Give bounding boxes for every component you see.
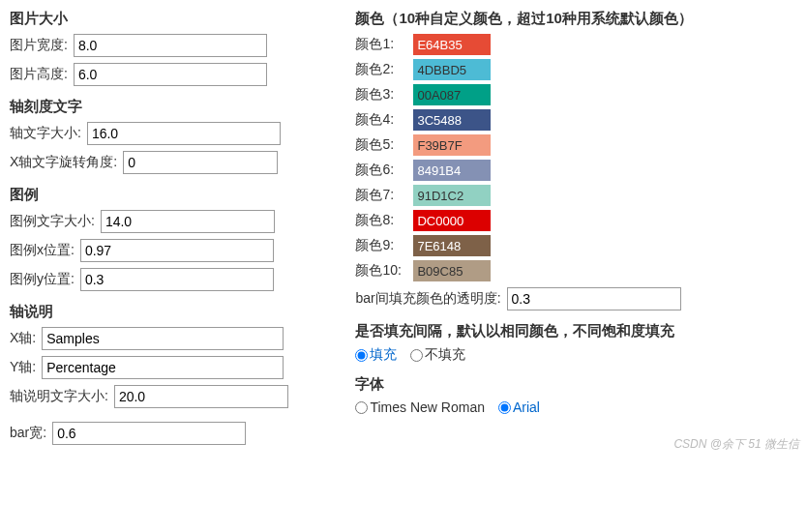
nofill-option-item[interactable]: 不填充 xyxy=(410,346,465,364)
tnr-option-item[interactable]: Times New Roman xyxy=(355,399,485,415)
legend-x-pos-input[interactable] xyxy=(80,239,274,262)
legend-y-pos-label: 图例y位置: xyxy=(10,271,75,288)
color-label: 颜色9: xyxy=(355,237,407,254)
x-axis-input[interactable] xyxy=(42,327,284,350)
color-swatch[interactable]: F39B7F xyxy=(413,134,491,156)
bar-width-input[interactable] xyxy=(52,422,246,445)
color-label: 颜色10: xyxy=(355,262,407,280)
image-width-input[interactable] xyxy=(74,34,267,57)
colors-title: 颜色（10种自定义颜色，超过10种用系统默认颜色） xyxy=(355,10,797,28)
color-swatch[interactable]: 7E6148 xyxy=(413,235,491,256)
alpha-label: bar间填充颜色的透明度: xyxy=(355,290,500,308)
color-row: 颜色8:DC0000 xyxy=(355,210,797,231)
legend-title: 图例 xyxy=(10,186,336,204)
color-label: 颜色1: xyxy=(355,36,407,53)
arial-option-item[interactable]: Arial xyxy=(498,399,540,415)
axis-font-size-label: 轴文字大小: xyxy=(10,125,81,142)
fill-title: 是否填充间隔，默认以相同颜色，不同饱和度填充 xyxy=(355,322,797,340)
image-size-title: 图片大小 xyxy=(10,10,336,28)
color-row: 颜色4:3C5488 xyxy=(355,109,797,131)
color-row: 颜色1:E64B35 xyxy=(355,34,797,55)
axis-label-font-size-label: 轴说明文字大小: xyxy=(10,388,108,405)
y-axis-label: Y轴: xyxy=(10,359,36,376)
fill-option-item[interactable]: 填充 xyxy=(355,346,397,364)
x-axis-label: X轴: xyxy=(10,330,36,347)
font-title: 字体 xyxy=(355,375,797,394)
alpha-input[interactable] xyxy=(507,287,681,310)
color-swatch[interactable]: E64B35 xyxy=(413,34,491,55)
legend-font-size-input[interactable] xyxy=(101,210,275,233)
arial-option-label: Arial xyxy=(513,399,540,415)
fill-radio[interactable] xyxy=(355,349,368,362)
image-height-label: 图片高度: xyxy=(10,66,68,83)
axis-ticks-title: 轴刻度文字 xyxy=(10,98,336,116)
color-swatch[interactable]: 8491B4 xyxy=(413,160,491,181)
image-height-input[interactable] xyxy=(74,63,267,86)
tnr-radio[interactable] xyxy=(355,401,368,414)
color-label: 颜色8: xyxy=(355,212,407,229)
x-rotation-input[interactable] xyxy=(123,151,278,174)
color-label: 颜色5: xyxy=(355,136,407,154)
nofill-radio[interactable] xyxy=(410,349,423,362)
color-label: 颜色6: xyxy=(355,162,407,179)
color-row: 颜色7:91D1C2 xyxy=(355,185,797,206)
nofill-option-label: 不填充 xyxy=(425,346,465,364)
color-swatch[interactable]: 91D1C2 xyxy=(413,185,491,206)
legend-font-size-label: 图例文字大小: xyxy=(10,213,95,230)
axis-labels-title: 轴说明 xyxy=(10,303,336,321)
color-label: 颜色2: xyxy=(355,61,407,78)
axis-font-size-input[interactable] xyxy=(87,122,281,145)
color-label: 颜色3: xyxy=(355,86,407,103)
tnr-option-label: Times New Roman xyxy=(370,399,485,415)
color-label: 颜色7: xyxy=(355,187,407,204)
color-row: 颜色5:F39B7F xyxy=(355,134,797,156)
color-row: 颜色2:4DBBD5 xyxy=(355,59,797,80)
legend-x-pos-label: 图例x位置: xyxy=(10,242,75,259)
color-swatch[interactable]: 00A087 xyxy=(413,84,491,105)
x-rotation-label: X轴文字旋转角度: xyxy=(10,154,117,171)
y-axis-input[interactable] xyxy=(42,356,284,379)
fill-option-label: 填充 xyxy=(370,346,397,364)
legend-y-pos-input[interactable] xyxy=(80,268,274,291)
bar-width-label: bar宽: xyxy=(10,425,46,442)
color-label: 颜色4: xyxy=(355,111,407,129)
color-swatch[interactable]: 4DBBD5 xyxy=(413,59,491,80)
image-width-label: 图片宽度: xyxy=(10,37,68,54)
color-row: 颜色9:7E6148 xyxy=(355,235,797,256)
color-swatch[interactable]: B09C85 xyxy=(413,260,491,281)
color-row: 颜色10:B09C85 xyxy=(355,260,797,281)
arial-radio[interactable] xyxy=(498,401,511,414)
color-row: 颜色3:00A087 xyxy=(355,84,797,105)
color-row: 颜色6:8491B4 xyxy=(355,160,797,181)
color-swatch[interactable]: 3C5488 xyxy=(413,109,491,131)
color-swatch[interactable]: DC0000 xyxy=(413,210,491,231)
axis-label-font-size-input[interactable] xyxy=(114,385,288,408)
